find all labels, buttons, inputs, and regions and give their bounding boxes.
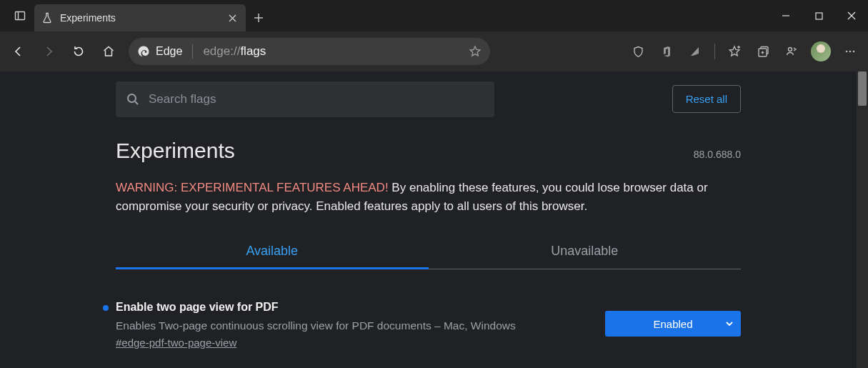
new-tab-button[interactable] xyxy=(246,4,271,31)
nav-refresh-button[interactable] xyxy=(64,37,93,66)
flag-anchor-link[interactable]: #edge-pdf-two-page-view xyxy=(116,337,236,349)
flag-state-select[interactable]: Enabled xyxy=(605,311,741,337)
flag-item: Enable two page view for PDF Enables Two… xyxy=(116,301,741,349)
svg-point-15 xyxy=(789,48,792,51)
page-heading: Experiments xyxy=(116,139,235,163)
favorites-icon[interactable] xyxy=(721,37,748,66)
titlebar: Experiments xyxy=(0,0,868,31)
window-close-button[interactable] xyxy=(835,0,868,31)
favorite-star-icon[interactable] xyxy=(469,45,482,58)
search-placeholder: Search flags xyxy=(149,92,216,106)
vertical-scrollbar[interactable] xyxy=(857,71,868,368)
scrollbar-thumb[interactable] xyxy=(858,71,867,106)
svg-point-16 xyxy=(846,51,848,53)
flask-icon xyxy=(41,12,53,24)
search-icon xyxy=(126,92,140,106)
tab-close-button[interactable] xyxy=(226,11,239,24)
flag-state-value: Enabled xyxy=(653,318,692,330)
profile-switch-icon[interactable] xyxy=(778,37,805,66)
address-brand-label: Edge xyxy=(156,45,182,58)
toolbar-separator xyxy=(714,44,715,59)
tab-available[interactable]: Available xyxy=(116,244,429,269)
office-icon[interactable] xyxy=(653,37,680,66)
version-label: 88.0.688.0 xyxy=(694,149,741,160)
svg-point-17 xyxy=(849,51,852,53)
search-area: Search flags Reset all xyxy=(0,71,868,127)
window-minimize-button[interactable] xyxy=(769,0,802,31)
window-maximize-button[interactable] xyxy=(802,0,835,31)
more-menu-button[interactable] xyxy=(837,37,864,66)
flag-description: Enables Two-page continuous scrolling vi… xyxy=(116,319,605,332)
warning-text: WARNING: EXPERIMENTAL FEATURES AHEAD! By… xyxy=(116,179,741,215)
modified-dot-icon xyxy=(103,305,109,311)
svg-point-19 xyxy=(128,94,136,102)
tab-actions-button[interactable] xyxy=(6,0,34,31)
chevron-down-icon xyxy=(725,319,734,328)
segment-tabs: Available Unavailable xyxy=(116,244,741,269)
edge-logo-icon xyxy=(137,45,150,58)
profile-avatar[interactable] xyxy=(811,41,831,61)
search-input[interactable]: Search flags xyxy=(116,81,494,117)
extension-icon[interactable] xyxy=(682,37,709,66)
page-body: Search flags Reset all Experiments 88.0.… xyxy=(0,71,868,368)
svg-point-18 xyxy=(853,51,855,53)
nav-home-button[interactable] xyxy=(94,37,123,66)
browser-tab[interactable]: Experiments xyxy=(34,4,246,31)
nav-back-button[interactable] xyxy=(4,37,33,66)
collections-icon[interactable] xyxy=(749,37,777,66)
reset-all-button[interactable]: Reset all xyxy=(672,85,741,113)
svg-line-20 xyxy=(135,101,138,104)
flag-title: Enable two page view for PDF xyxy=(116,301,605,314)
warning-prefix: WARNING: EXPERIMENTAL FEATURES AHEAD! xyxy=(116,181,389,194)
tab-title: Experiments xyxy=(60,12,219,24)
tracking-prevention-icon[interactable] xyxy=(624,37,652,66)
tab-unavailable[interactable]: Unavailable xyxy=(429,244,742,269)
window-controls xyxy=(769,0,868,31)
address-url: edge://flags xyxy=(203,44,266,59)
svg-rect-0 xyxy=(16,12,25,20)
nav-forward-button[interactable] xyxy=(34,37,63,66)
svg-rect-7 xyxy=(816,13,822,19)
toolbar: Edge edge://flags xyxy=(0,31,868,71)
address-bar[interactable]: Edge edge://flags xyxy=(129,38,490,65)
address-divider xyxy=(192,44,193,59)
